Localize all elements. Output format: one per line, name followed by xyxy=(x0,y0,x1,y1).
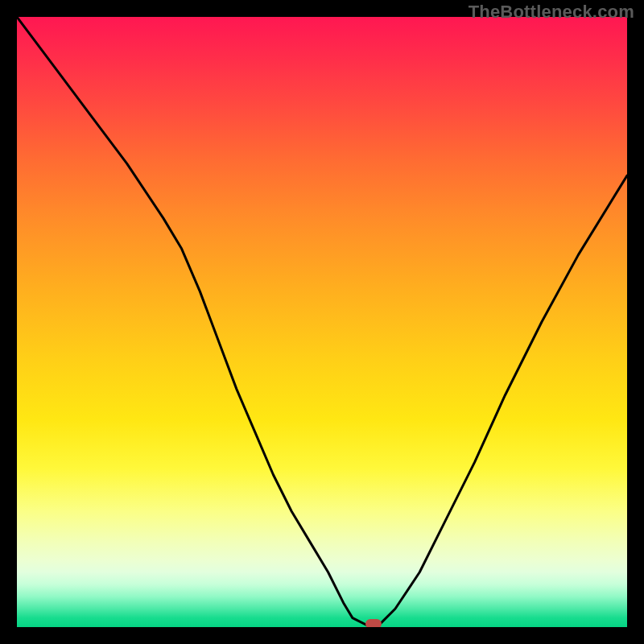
bottleneck-curve xyxy=(17,17,627,627)
chart-frame: TheBottleneck.com xyxy=(0,0,644,644)
watermark-text: TheBottleneck.com xyxy=(469,2,634,23)
minimum-marker xyxy=(365,619,382,627)
plot-area xyxy=(17,17,627,627)
